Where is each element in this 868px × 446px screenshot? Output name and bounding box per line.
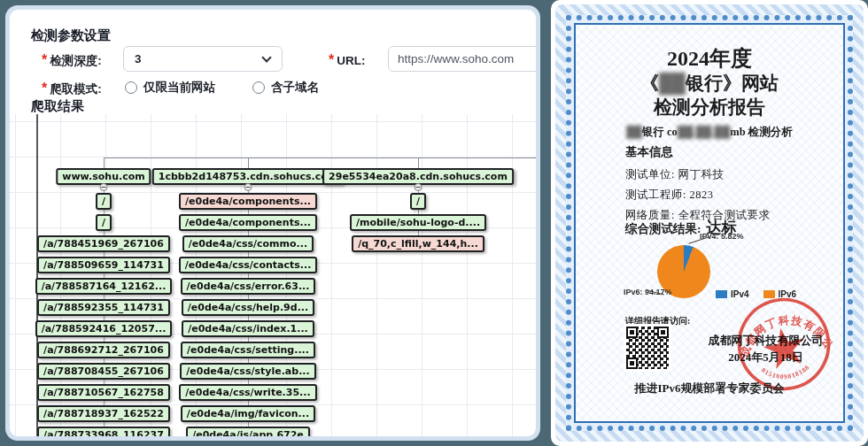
report-link-label: 详细报告请访问:: [625, 315, 690, 327]
minus-icon[interactable]: [244, 183, 252, 191]
certificate-title-report: 检测分析报告: [577, 95, 841, 119]
tree-path-node[interactable]: /e0de4a/js/app.672e: [186, 427, 310, 436]
qr-code: [626, 327, 669, 369]
tree-path-node[interactable]: /a/788587164_12162...: [35, 278, 173, 295]
qr-finder-icon: [626, 327, 638, 338]
tree-path-node[interactable]: /e0de4a/css/contacts...: [179, 257, 318, 273]
tree-path-node[interactable]: /: [96, 214, 112, 231]
pie-label-ipv4: IPv4: 5.82%: [700, 232, 744, 241]
tree-path-node[interactable]: /e0de4a/img/favicon...: [181, 405, 315, 422]
tree-path-node[interactable]: /e0de4a/css/style.ab...: [180, 363, 315, 380]
required-asterisk: *: [42, 52, 47, 67]
legend-swatch: [716, 290, 727, 298]
radio-unchecked-icon[interactable]: [125, 81, 137, 94]
basic-info-line: 测试单位: 网丁科技: [625, 167, 771, 182]
tree-path-node[interactable]: /a/788718937_162522: [37, 405, 170, 422]
tree-path-node[interactable]: /a/788592355_114731: [37, 299, 170, 316]
certificate-title-year: 2024年度: [577, 44, 841, 73]
basic-info-lines: 测试单位: 网丁科技测试工程师: 2823网络质量: 全程符合测试要求: [625, 167, 771, 223]
url-field-label: *URL:: [329, 52, 365, 68]
certificate-panel: 2024年度 《██银行》网站 检测分析报告 ██银行 co██.██.██mb…: [551, 0, 868, 446]
tree-path-node[interactable]: /e0de4a/css/help.9d...: [182, 299, 314, 316]
radio-option-label: 含子域名: [271, 80, 319, 96]
tree-path-node[interactable]: /e0de4a/css/setting....: [181, 342, 315, 358]
basic-info-title: 基本信息: [625, 144, 771, 160]
crawl-mode-radio-option[interactable]: 仅限当前网站: [125, 80, 215, 96]
tree-path-node[interactable]: /e0de4a/css/commo...: [182, 235, 314, 252]
settings-section-title: 检测参数设置: [31, 27, 111, 44]
depth-select-value: 3: [135, 52, 142, 65]
qr-finder-icon: [626, 358, 638, 369]
tree-connector-stub: [104, 158, 105, 168]
tree-path-node[interactable]: /a/788710567_162758: [37, 384, 170, 401]
qr-finder-icon: [657, 327, 669, 338]
tree-path-node[interactable]: /a/788592416_12057...: [35, 320, 173, 337]
tree-path-node[interactable]: /e0de4a/css/index.1...: [182, 320, 314, 337]
tree-path-node[interactable]: /: [410, 193, 426, 210]
tree-path-node[interactable]: /q_70,c_lfill,w_144,h...: [352, 235, 484, 252]
tree-path-node[interactable]: /e0de4a/css/write.35...: [179, 384, 316, 401]
radio-unchecked-icon[interactable]: [252, 81, 265, 94]
certificate-subtitle: ██银行 co██.██.██mb 检测分析: [577, 125, 841, 140]
legend-item: IPv4: [716, 289, 749, 299]
basic-info-block: 基本信息 测试单位: 网丁科技测试工程师: 2823网络质量: 全程符合测试要求: [625, 144, 771, 228]
tree-path-node[interactable]: /a/788509659_114731: [37, 257, 170, 273]
required-asterisk: *: [42, 81, 47, 96]
tree-connector-line: [104, 158, 536, 158]
tree-path-node[interactable]: /a/788692712_267106: [37, 342, 170, 358]
tree-path-node[interactable]: /a/788451969_267106: [37, 235, 170, 252]
tree-path-node[interactable]: /mobile/sohu-logo-d....: [350, 214, 486, 231]
tree-path-node[interactable]: /e0de4a/components...: [179, 214, 317, 231]
depth-field-label: *检测深度:: [42, 52, 102, 69]
tree-column-paths: //mobile/sohu-logo-d..../q_70,c_lfill,w_…: [347, 193, 489, 257]
certificate-title-site: 《██银行》网站: [577, 71, 841, 96]
crawl-mode-label: *爬取模式:: [42, 81, 102, 97]
basic-info-line: 测试工程师: 2823: [625, 188, 771, 203]
results-section-title: 爬取结果: [31, 98, 84, 115]
tree-path-node[interactable]: /a/788708455_267106: [37, 363, 170, 380]
tree-path-node[interactable]: /e0de4a/components...: [179, 193, 317, 210]
minus-icon[interactable]: [415, 183, 422, 191]
pie-label-ipv6: IPv6: 94.17%: [624, 288, 672, 296]
required-asterisk: *: [329, 52, 334, 67]
tree-connector-stub: [418, 158, 419, 168]
crawl-result-tree: www.sohu.com 1cbbb2d148753.cdn.sohucs.co…: [10, 114, 536, 436]
minus-icon[interactable]: [100, 183, 108, 191]
tree-path-node[interactable]: /: [96, 193, 112, 210]
crawl-mode-radio-option[interactable]: 含子域名: [252, 80, 319, 96]
tree-column-paths: ///a/788451969_267106/a/788509659_114731…: [37, 193, 170, 436]
tree-path-node[interactable]: /e0de4a/css/error.63...: [181, 278, 316, 295]
tree-connector-stub: [248, 158, 249, 168]
depth-select[interactable]: 3: [123, 46, 283, 72]
tree-path-node[interactable]: /a/788733968_116237: [37, 427, 170, 436]
chevron-down-icon: [261, 52, 271, 62]
url-input[interactable]: [388, 46, 540, 72]
tree-column-paths: /e0de4a/components.../e0de4a/components.…: [177, 193, 319, 436]
radio-option-label: 仅限当前网站: [143, 80, 215, 96]
committee-footer: 推进IPv6规模部署专家委员会: [577, 381, 841, 396]
crawl-mode-options: 仅限当前网站 含子域名: [125, 80, 319, 96]
crawl-settings-panel: 检测参数设置 *检测深度: 3 *URL: *爬取模式: 仅限当前网站 含子域名: [5, 5, 540, 441]
